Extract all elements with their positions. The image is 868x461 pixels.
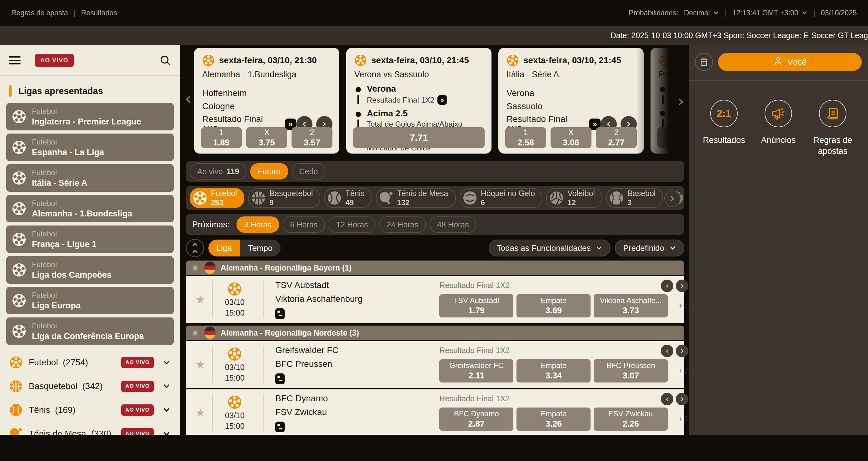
- sport-tab-soccer[interactable]: Futebol 253: [190, 188, 244, 208]
- odds-button[interactable]: Empate 3.34: [517, 359, 591, 382]
- odds-button[interactable]: 2 2.77: [596, 127, 637, 148]
- market-next-button[interactable]: [676, 345, 688, 357]
- match-row[interactable]: ★ 03/10 15:00 TSV Aubstadt Viktoria Asch…: [186, 276, 684, 323]
- hour-filter-4[interactable]: 48 Horas: [430, 217, 476, 233]
- featured-league-item[interactable]: Futebol Liga da Conferência Europa: [6, 317, 174, 345]
- sort-dropdown[interactable]: Predefinido: [615, 239, 684, 256]
- acca-total-odds-button[interactable]: [657, 127, 689, 148]
- bet-rules-link[interactable]: Regras de aposta: [11, 9, 68, 17]
- carousel-prev-button[interactable]: [183, 95, 193, 104]
- sport-tab-tennis[interactable]: Tênis 49: [324, 188, 372, 208]
- lineups-icon[interactable]: [275, 373, 422, 384]
- sport-tab-basketball[interactable]: Basquetebol 9: [248, 188, 320, 208]
- market-type-dropdown[interactable]: Todas as Funcionalidades: [489, 239, 611, 256]
- market-prev-button[interactable]: [661, 280, 673, 292]
- sidebar-sport-tabletennis[interactable]: Ténis de Mesa (330) AO VIVO: [0, 422, 180, 435]
- sidebar-sport-tennis[interactable]: Tênis (169) AO VIVO: [0, 398, 180, 422]
- group-tab-0[interactable]: Liga: [208, 239, 240, 256]
- odds-button[interactable]: Empate 3.26: [517, 407, 591, 431]
- collapse-all-button[interactable]: [186, 239, 204, 257]
- market-prev-button[interactable]: [661, 345, 673, 357]
- match-datetime: 03/10 15:00: [213, 395, 256, 431]
- search-icon[interactable]: [159, 54, 171, 66]
- match-row[interactable]: ★ 03/10 15:00 Greifswalder FC BFC Preuss…: [186, 341, 684, 388]
- market-next-button[interactable]: [676, 280, 688, 292]
- featured-league-item[interactable]: Futebol Inglaterra - Premier League: [6, 103, 174, 131]
- sidebar-sport-basketball[interactable]: Basquetebol (342) AO VIVO: [0, 374, 180, 398]
- featured-acca-card[interactable]: sexta-feira, 03/10, 21:45 Verona vs Sass…: [346, 48, 492, 153]
- more-markets-icon[interactable]: »: [437, 95, 447, 105]
- odds-label: Viktoria Aschaffe...: [600, 296, 662, 305]
- featured-league-item[interactable]: Futebol Itália - Série A: [6, 164, 174, 192]
- sport-tab-baseball[interactable]: Basebol 3: [606, 188, 663, 208]
- hour-filter-1[interactable]: 6 Horas: [283, 217, 325, 233]
- featured-match-card[interactable]: sexta-feira, 03/10, 21:45 Itália - Série…: [498, 48, 644, 153]
- odds-button[interactable]: Greifswalder FC 2.11: [439, 359, 514, 382]
- odds-button[interactable]: X 3.06: [551, 127, 591, 148]
- star-icon[interactable]: ★: [191, 328, 199, 338]
- chevron-down-icon: [162, 430, 170, 435]
- chevron-down-icon[interactable]: [162, 406, 170, 414]
- more-markets-count[interactable]: +71: [678, 414, 689, 424]
- hour-filter-0[interactable]: 3 Horas: [237, 217, 279, 233]
- you-button[interactable]: Você: [718, 53, 862, 71]
- odds-button[interactable]: 1 1.89: [201, 127, 242, 148]
- odds-button[interactable]: BFC Preussen 3.07: [594, 359, 668, 382]
- star-icon[interactable]: ★: [191, 263, 199, 272]
- menu-icon[interactable]: [9, 56, 21, 64]
- sport-tabs-next-button[interactable]: [664, 191, 681, 207]
- hour-filter-3[interactable]: 24 Horas: [379, 217, 426, 233]
- chevron-down-icon[interactable]: [162, 358, 170, 367]
- sidebar-sport-soccer[interactable]: Futebol (2754) AO VIVO: [0, 351, 180, 374]
- sport-tab-tabletennis[interactable]: Ténis de Mesa 132: [376, 188, 456, 208]
- chevron-down-icon[interactable]: [162, 382, 170, 390]
- time-filter-1[interactable]: Futuro: [250, 163, 288, 179]
- lineups-icon[interactable]: [275, 422, 422, 432]
- shortcut-results[interactable]: 2:1 Resultados: [697, 100, 751, 157]
- market-next-button[interactable]: [676, 393, 688, 405]
- odds-button[interactable]: X 3.75: [246, 127, 287, 148]
- timezone-select[interactable]: 12:13:41 GMT +3:00: [733, 9, 808, 17]
- more-markets-count[interactable]: +78: [678, 301, 689, 311]
- odds-button[interactable]: Empate 3.69: [517, 294, 591, 317]
- shortcut-rules[interactable]: Regras de apostas: [806, 100, 860, 157]
- hour-filter-2[interactable]: 12 Horas: [329, 217, 375, 233]
- star-icon[interactable]: ★: [195, 359, 205, 370]
- featured-league-item[interactable]: Futebol Liga Europa: [6, 287, 174, 314]
- chevron-down-icon[interactable]: [162, 430, 170, 435]
- odds-button[interactable]: 1 2.58: [505, 127, 546, 148]
- featured-league-item[interactable]: Futebol Espanha - La Liga: [6, 134, 174, 161]
- odds-button[interactable]: BFC Dynamo 2.87: [439, 407, 514, 431]
- acca-total-odds-button[interactable]: 7.71: [353, 127, 485, 148]
- odds-button[interactable]: Viktoria Aschaffe... 3.73: [594, 294, 668, 317]
- league-section-header[interactable]: ★ Alemanha - Regionalliga Bayern (1): [186, 261, 684, 275]
- odds-button[interactable]: 2 3.57: [291, 127, 333, 148]
- odds-button[interactable]: TSV Aubstadt 1.79: [439, 294, 514, 317]
- sport-tab-volleyball[interactable]: Voleibol 12: [546, 188, 602, 208]
- time-filter-2[interactable]: Cedo: [292, 163, 326, 179]
- league-section-header[interactable]: ★ Alemanha - Regionalliga Nordeste (3): [186, 325, 684, 340]
- featured-league-item[interactable]: Futebol França - Ligue 1: [6, 226, 174, 253]
- lineups-icon[interactable]: [275, 308, 422, 319]
- league-sport-label: Futebol: [32, 199, 132, 208]
- carousel-next-button[interactable]: [676, 97, 685, 107]
- sport-tab-name: Ténis de Mesa: [397, 189, 448, 198]
- sport-tab-icehockey[interactable]: Hóquei no Gelo 6: [460, 188, 543, 208]
- shortcut-announcements[interactable]: Anúncios: [751, 100, 806, 157]
- odds-format-select[interactable]: Decimal: [684, 9, 719, 17]
- odds-value: 2.77: [608, 138, 625, 148]
- market-prev-button[interactable]: [661, 393, 673, 405]
- match-row[interactable]: ★ 03/10 15:00 BFC Dynamo FSV Zwickau Res…: [186, 390, 684, 435]
- live-badge-button[interactable]: AO VIVO: [35, 54, 74, 67]
- featured-league-item[interactable]: Futebol Liga dos Campeões: [6, 256, 174, 284]
- featured-league-item[interactable]: Futebol Alemanha - 1.Bundesliga: [6, 195, 174, 222]
- featured-match-card[interactable]: sexta-feira, 03/10, 21:30 Alemanha - 1.B…: [194, 48, 339, 153]
- more-markets-count[interactable]: +79: [678, 366, 689, 376]
- star-icon[interactable]: ★: [195, 294, 205, 305]
- odds-button[interactable]: FSV Zwickau 2.26: [594, 407, 668, 431]
- star-icon[interactable]: ★: [195, 407, 205, 419]
- results-link[interactable]: Resultados: [81, 9, 117, 17]
- betslip-icon[interactable]: [695, 53, 713, 71]
- time-filter-0[interactable]: Ao vivo 119: [190, 163, 247, 179]
- group-tab-1[interactable]: Tempo: [240, 239, 281, 256]
